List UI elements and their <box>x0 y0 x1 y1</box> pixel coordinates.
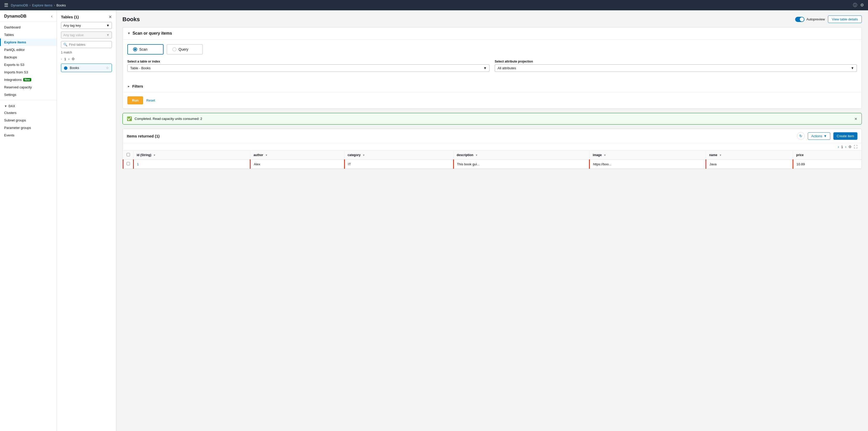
page-number: 1 <box>64 57 66 61</box>
cell-category: IT <box>344 160 454 169</box>
table-body: 1 Alex IT This book gui... https://boo..… <box>123 160 862 169</box>
sidebar-item-settings[interactable]: Settings <box>0 91 57 98</box>
sidebar-item-reserved-capacity[interactable]: Reserved capacity <box>0 84 57 91</box>
table-next-btn[interactable]: › <box>845 145 846 149</box>
col-id-header[interactable]: id (String) ▼ <box>133 151 250 160</box>
reset-btn[interactable]: Reset <box>146 98 155 102</box>
sidebar-item-tables[interactable]: Tables <box>0 31 57 38</box>
select-all-checkbox[interactable] <box>127 153 130 156</box>
items-header: Items returned (1) ↻ Actions ▼ Create it… <box>123 129 862 143</box>
col-name-header[interactable]: name ▼ <box>706 151 793 160</box>
col-checkbox-header[interactable] <box>123 151 133 160</box>
sidebar-item-partiql[interactable]: PartiQL editor <box>0 46 57 54</box>
sort-author-icon: ▼ <box>265 154 268 157</box>
scan-query-title: Scan or query items <box>132 31 172 36</box>
collapse-arrow-icon: ▼ <box>127 32 130 35</box>
col-author-header[interactable]: author ▼ <box>250 151 344 160</box>
tag-key-dropdown[interactable]: Any tag key ▼ <box>61 22 112 29</box>
table-item-books[interactable]: ⬤ Books ☆ <box>61 64 112 72</box>
sort-name-icon: ▼ <box>719 154 722 157</box>
sidebar-item-clusters[interactable]: Clusters <box>0 109 57 117</box>
row-checkbox-cell[interactable] <box>123 160 133 169</box>
main-content: Books Autopreview View table details ▼ S… <box>116 10 868 431</box>
success-close-btn[interactable]: ✕ <box>854 117 858 121</box>
app-layout: DynamoDB ‹ Dashboard Tables Explore item… <box>0 10 868 431</box>
settings-icon[interactable]: ⚙ <box>860 3 864 8</box>
find-tables-search[interactable]: 🔍 <box>61 41 112 48</box>
next-page-btn[interactable]: › <box>68 57 69 61</box>
sidebar-item-dashboard[interactable]: Dashboard <box>0 24 57 31</box>
col-image-header[interactable]: image ▼ <box>590 151 706 160</box>
tables-panel: Tables (1) ✕ Any tag key ▼ Any tag value… <box>57 10 116 431</box>
scan-radio-btn[interactable]: Scan <box>127 44 163 55</box>
star-icon[interactable]: ☆ <box>106 66 109 70</box>
sidebar-item-explore-items[interactable]: Explore items <box>0 38 57 46</box>
hamburger-icon[interactable]: ☰ <box>4 2 8 8</box>
sidebar-header: DynamoDB ‹ <box>0 10 57 22</box>
scan-query-header[interactable]: ▼ Scan or query items <box>123 27 862 39</box>
table-radio-icon: ⬤ <box>64 66 68 70</box>
sidebar-item-backups[interactable]: Backups <box>0 54 57 61</box>
sidebar-nav: Dashboard Tables Explore items PartiQL e… <box>0 22 57 141</box>
items-table: id (String) ▼ author ▼ category ▼ <box>123 151 862 169</box>
info-icon[interactable]: ⓘ <box>853 3 857 8</box>
scan-radio-dot <box>134 48 136 51</box>
table-index-select[interactable]: Table - Books ▼ <box>127 64 490 72</box>
sidebar-title: DynamoDB <box>4 14 26 19</box>
cell-id[interactable]: 1 <box>133 160 250 169</box>
table-settings-icon[interactable]: ⚙ <box>848 145 852 149</box>
success-check-icon: ✅ <box>127 116 132 121</box>
chevron-down-icon-2: ▼ <box>106 33 110 37</box>
run-btn[interactable]: Run <box>127 96 143 104</box>
dax-collapse-arrow: ▼ <box>4 104 7 108</box>
refresh-btn[interactable]: ↻ <box>797 132 805 140</box>
attr-projection-label: Select attribute projection <box>495 60 857 63</box>
tables-panel-close-btn[interactable]: ✕ <box>108 14 112 20</box>
sidebar-item-parameter-groups[interactable]: Parameter groups <box>0 124 57 131</box>
table-prev-btn[interactable]: ‹ <box>838 145 839 149</box>
breadcrumb-dynamodb[interactable]: DynamoDB <box>11 3 28 7</box>
filters-toggle[interactable]: ► Filters <box>127 84 857 88</box>
chevron-down-icon-4: ▼ <box>851 66 854 70</box>
col-category-header[interactable]: category ▼ <box>344 151 454 160</box>
view-table-details-btn[interactable]: View table details <box>828 16 862 23</box>
find-tables-input[interactable] <box>69 43 110 47</box>
col-price-header[interactable]: price <box>793 151 862 160</box>
scan-query-row: Scan Query <box>127 44 857 55</box>
sidebar-item-subnet-groups[interactable]: Subnet groups <box>0 117 57 124</box>
cell-description: This book gui... <box>454 160 590 169</box>
match-count: 1 match <box>61 51 112 54</box>
id-link[interactable]: 1 <box>137 162 139 166</box>
search-icon: 🔍 <box>63 43 67 47</box>
prev-page-btn[interactable]: ‹ <box>61 57 62 61</box>
query-radio-btn[interactable]: Query <box>167 44 203 55</box>
cell-name: Java <box>706 160 793 169</box>
cell-price: 10.89 <box>793 160 862 169</box>
pagination-settings-icon[interactable]: ⚙ <box>71 57 75 61</box>
breadcrumb-explore-items[interactable]: Explore items <box>32 3 53 7</box>
items-title: Items returned (1) <box>127 134 794 138</box>
sidebar-item-imports[interactable]: Imports from S3 <box>0 68 57 76</box>
scan-query-body: Scan Query Select a table or index Table… <box>123 39 862 81</box>
sidebar-item-events[interactable]: Events <box>0 131 57 139</box>
autopreview-toggle[interactable]: Autopreview <box>795 17 825 22</box>
scan-query-card: ▼ Scan or query items Scan Query <box>122 27 862 109</box>
table-row[interactable]: 1 Alex IT This book gui... https://boo..… <box>123 160 862 169</box>
sidebar-collapse-btn[interactable]: ‹ <box>51 14 53 19</box>
autopreview-label: Autopreview <box>807 17 825 21</box>
sidebar-item-integrations[interactable]: Integrations New <box>0 76 57 84</box>
sidebar-item-exports[interactable]: Exports to S3 <box>0 61 57 68</box>
create-item-btn[interactable]: Create item <box>833 132 858 140</box>
tables-panel-header: Tables (1) ✕ <box>61 14 112 20</box>
topnav: ☰ DynamoDB › Explore items › Books ⓘ ⚙ <box>0 0 868 10</box>
table-expand-icon[interactable]: ⛶ <box>854 145 858 149</box>
row-checkbox[interactable] <box>127 162 130 165</box>
autopreview-track[interactable] <box>795 17 804 22</box>
attr-projection-select[interactable]: All attributes ▼ <box>495 64 857 72</box>
filters-section[interactable]: ► Filters <box>123 81 862 92</box>
col-description-header[interactable]: description ▼ <box>454 151 590 160</box>
success-banner: ✅ Completed. Read capacity units consume… <box>122 113 862 125</box>
tag-value-dropdown[interactable]: Any tag value ▼ <box>61 32 112 38</box>
query-label: Query <box>179 47 188 52</box>
actions-btn[interactable]: Actions ▼ <box>808 132 830 140</box>
